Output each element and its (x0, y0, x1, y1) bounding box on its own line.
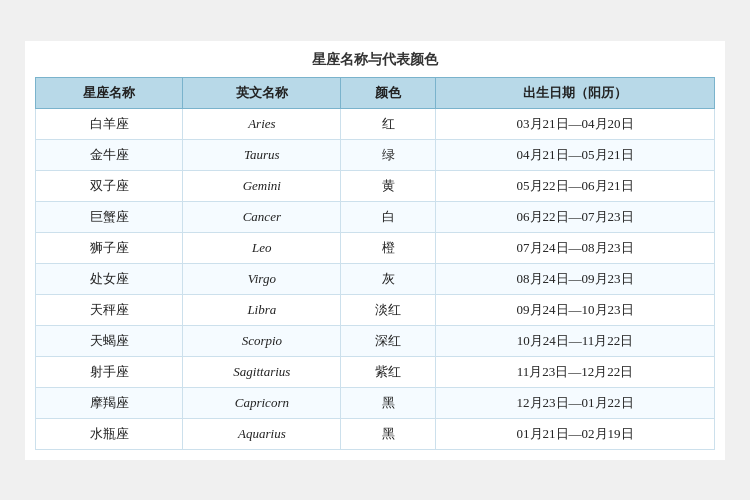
cell-color: 黑 (341, 387, 436, 418)
cell-color: 深红 (341, 325, 436, 356)
header-chinese-name: 星座名称 (36, 77, 183, 108)
table-row: 白羊座Aries红03月21日—04月20日 (36, 108, 715, 139)
cell-chinese-name: 双子座 (36, 170, 183, 201)
cell-date: 01月21日—02月19日 (436, 418, 715, 449)
header-english-name: 英文名称 (183, 77, 341, 108)
table-row: 处女座Virgo灰08月24日—09月23日 (36, 263, 715, 294)
cell-color: 淡红 (341, 294, 436, 325)
table-row: 金牛座Taurus绿04月21日—05月21日 (36, 139, 715, 170)
cell-date: 09月24日—10月23日 (436, 294, 715, 325)
cell-color: 绿 (341, 139, 436, 170)
cell-chinese-name: 狮子座 (36, 232, 183, 263)
cell-date: 12月23日—01月22日 (436, 387, 715, 418)
cell-date: 06月22日—07月23日 (436, 201, 715, 232)
cell-date: 05月22日—06月21日 (436, 170, 715, 201)
table-row: 摩羯座Capricorn黑12月23日—01月22日 (36, 387, 715, 418)
cell-english-name: Taurus (183, 139, 341, 170)
cell-color: 橙 (341, 232, 436, 263)
zodiac-table: 星座名称 英文名称 颜色 出生日期（阳历） 白羊座Aries红03月21日—04… (35, 77, 715, 450)
cell-chinese-name: 巨蟹座 (36, 201, 183, 232)
cell-color: 黑 (341, 418, 436, 449)
header-date: 出生日期（阳历） (436, 77, 715, 108)
cell-english-name: Sagittarius (183, 356, 341, 387)
cell-color: 灰 (341, 263, 436, 294)
cell-chinese-name: 金牛座 (36, 139, 183, 170)
header-color: 颜色 (341, 77, 436, 108)
table-row: 双子座Gemini黄05月22日—06月21日 (36, 170, 715, 201)
cell-chinese-name: 摩羯座 (36, 387, 183, 418)
cell-chinese-name: 处女座 (36, 263, 183, 294)
cell-date: 10月24日—11月22日 (436, 325, 715, 356)
cell-date: 07月24日—08月23日 (436, 232, 715, 263)
table-row: 水瓶座Aquarius黑01月21日—02月19日 (36, 418, 715, 449)
cell-chinese-name: 水瓶座 (36, 418, 183, 449)
page-title: 星座名称与代表颜色 (35, 51, 715, 69)
table-row: 天蝎座Scorpio深红10月24日—11月22日 (36, 325, 715, 356)
cell-date: 11月23日—12月22日 (436, 356, 715, 387)
table-row: 狮子座Leo橙07月24日—08月23日 (36, 232, 715, 263)
cell-color: 白 (341, 201, 436, 232)
table-header-row: 星座名称 英文名称 颜色 出生日期（阳历） (36, 77, 715, 108)
cell-english-name: Libra (183, 294, 341, 325)
cell-chinese-name: 天蝎座 (36, 325, 183, 356)
cell-chinese-name: 白羊座 (36, 108, 183, 139)
cell-english-name: Gemini (183, 170, 341, 201)
cell-english-name: Virgo (183, 263, 341, 294)
cell-color: 黄 (341, 170, 436, 201)
cell-date: 04月21日—05月21日 (436, 139, 715, 170)
cell-color: 红 (341, 108, 436, 139)
cell-english-name: Aquarius (183, 418, 341, 449)
table-row: 巨蟹座Cancer白06月22日—07月23日 (36, 201, 715, 232)
cell-english-name: Capricorn (183, 387, 341, 418)
cell-english-name: Cancer (183, 201, 341, 232)
cell-chinese-name: 射手座 (36, 356, 183, 387)
table-row: 射手座Sagittarius紫红11月23日—12月22日 (36, 356, 715, 387)
cell-date: 08月24日—09月23日 (436, 263, 715, 294)
main-container: 星座名称与代表颜色 星座名称 英文名称 颜色 出生日期（阳历） 白羊座Aries… (25, 41, 725, 460)
cell-english-name: Aries (183, 108, 341, 139)
cell-english-name: Scorpio (183, 325, 341, 356)
cell-date: 03月21日—04月20日 (436, 108, 715, 139)
cell-english-name: Leo (183, 232, 341, 263)
table-row: 天秤座Libra淡红09月24日—10月23日 (36, 294, 715, 325)
cell-color: 紫红 (341, 356, 436, 387)
cell-chinese-name: 天秤座 (36, 294, 183, 325)
